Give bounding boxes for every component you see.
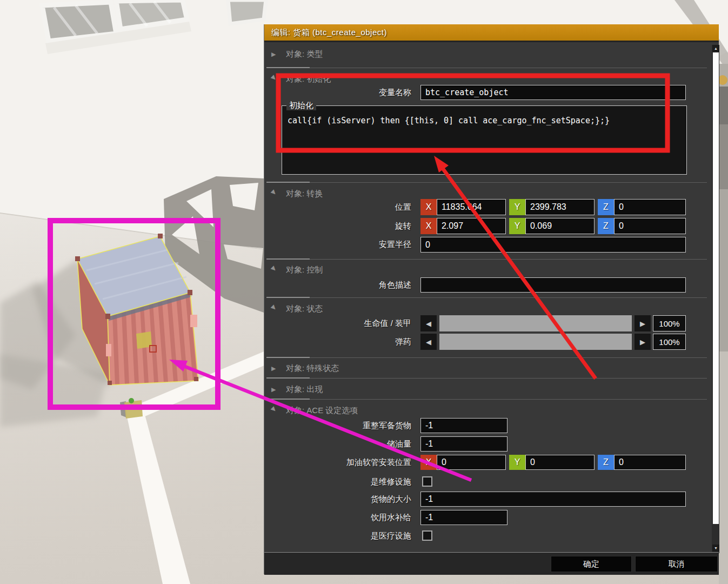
- health-decrease-button[interactable]: ◀: [420, 315, 437, 331]
- rotation-x-input[interactable]: [437, 218, 506, 234]
- ammo-value: 100%: [653, 334, 686, 350]
- arrow-right-icon: ▶: [640, 338, 645, 346]
- arrow-left-icon: ◀: [426, 338, 431, 346]
- arrow-right-icon: ▶: [640, 320, 645, 328]
- medical-facility-label: 是医疗设施: [264, 529, 417, 542]
- health-value: 100%: [653, 315, 686, 331]
- ammo-label: 弹药: [264, 334, 417, 350]
- scrollbar-thumb[interactable]: [713, 52, 719, 524]
- axis-z-badge: Z: [598, 199, 614, 215]
- axis-y-badge: Y: [509, 199, 525, 215]
- chevron-right-icon: ▶: [271, 47, 280, 61]
- position-label: 位置: [264, 199, 417, 215]
- rotation-y-input[interactable]: [525, 218, 595, 234]
- scroll-up-button[interactable]: ▲: [712, 45, 719, 52]
- medical-facility-checkbox[interactable]: [422, 530, 432, 541]
- health-increase-button[interactable]: ▶: [635, 315, 651, 331]
- nozzle-z-input[interactable]: [614, 455, 686, 470]
- separator: [266, 182, 707, 183]
- init-code-text[interactable]: call{if (isServer) then {[this, 0] call …: [288, 116, 681, 125]
- rotation-label: 旋转: [264, 218, 417, 234]
- role-description-label: 角色描述: [264, 277, 417, 293]
- axis-x-badge: X: [420, 199, 437, 215]
- position-y-input[interactable]: [525, 199, 595, 215]
- edit-object-dialog: 编辑: 货箱 (btc_create_object) ▶ 对象: 类型 ▶ 对象…: [264, 24, 719, 574]
- arrow-down-icon: ▼: [714, 546, 718, 550]
- dialog-titlebar[interactable]: 编辑: 货箱 (btc_create_object): [264, 24, 719, 41]
- separator: [266, 68, 707, 68]
- fuel-storage-input[interactable]: [420, 436, 507, 452]
- editor-screen: 编辑: 货箱 (btc_create_object) ▶ 对象: 类型 ▶ 对象…: [0, 0, 728, 584]
- init-groupbox-legend: 初始化: [286, 101, 316, 110]
- axis-x-badge: X: [420, 218, 437, 234]
- role-description-input[interactable]: [420, 277, 686, 293]
- separator: [266, 399, 707, 400]
- position-z-input[interactable]: [614, 199, 686, 215]
- titlebar-divider: [264, 41, 719, 42]
- cargo-size-label: 货物的大小: [264, 492, 417, 507]
- chevron-expanded-icon: ▶: [268, 301, 284, 317]
- separator: [266, 297, 707, 298]
- water-supply-input[interactable]: [420, 510, 507, 525]
- placement-radius-label: 安置半径: [264, 237, 417, 253]
- separator: [266, 357, 707, 358]
- nozzle-x-input[interactable]: [437, 455, 506, 470]
- rotation-z-input[interactable]: [614, 218, 686, 234]
- health-armor-label: 生命值 / 装甲: [264, 315, 417, 331]
- arrow-left-icon: ◀: [426, 320, 431, 328]
- repair-facility-checkbox[interactable]: [422, 476, 432, 487]
- health-slider-track[interactable]: [439, 315, 632, 331]
- separator: [266, 259, 707, 260]
- nozzle-y-input[interactable]: [525, 455, 595, 470]
- fuel-storage-label: 储油量: [264, 436, 417, 452]
- chevron-expanded-icon: ▶: [268, 262, 284, 278]
- arrow-up-icon: ▲: [714, 47, 718, 50]
- axis-x-badge: X: [420, 455, 437, 470]
- ammo-decrease-button[interactable]: ◀: [420, 334, 437, 350]
- scroll-down-button[interactable]: ▼: [712, 545, 719, 552]
- axis-z-badge: Z: [598, 455, 614, 470]
- init-groupbox[interactable]: 初始化 call{if (isServer) then {[this, 0] c…: [282, 105, 687, 175]
- placement-radius-input[interactable]: [420, 237, 686, 253]
- variable-name-label: 变量名称: [264, 85, 417, 100]
- repair-facility-label: 是维修设施: [264, 475, 417, 488]
- chevron-right-icon: ▶: [271, 361, 280, 375]
- separator: [266, 378, 707, 379]
- dialog-title: 编辑: 货箱 (btc_create_object): [271, 28, 387, 37]
- cargo-size-input[interactable]: [420, 492, 686, 507]
- editor-object-icon: [120, 398, 143, 419]
- ammo-slider-track[interactable]: [439, 334, 632, 350]
- water-supply-label: 饮用水补给: [264, 510, 417, 525]
- rearm-cargo-label: 重整军备货物: [264, 418, 417, 433]
- cancel-button[interactable]: 取消: [635, 556, 718, 572]
- ok-button[interactable]: 确定: [551, 556, 632, 572]
- position-x-input[interactable]: [437, 199, 506, 215]
- ammo-increase-button[interactable]: ▶: [635, 334, 651, 350]
- chevron-right-icon: ▶: [271, 382, 280, 396]
- axis-z-badge: Z: [598, 218, 614, 234]
- variable-name-input[interactable]: [420, 85, 686, 100]
- fuel-nozzle-position-label: 加油软管安装位置: [264, 455, 417, 470]
- axis-y-badge: Y: [509, 218, 525, 234]
- axis-y-badge: Y: [509, 455, 525, 470]
- chevron-expanded-icon: ▶: [268, 402, 284, 419]
- rearm-cargo-input[interactable]: [420, 418, 507, 433]
